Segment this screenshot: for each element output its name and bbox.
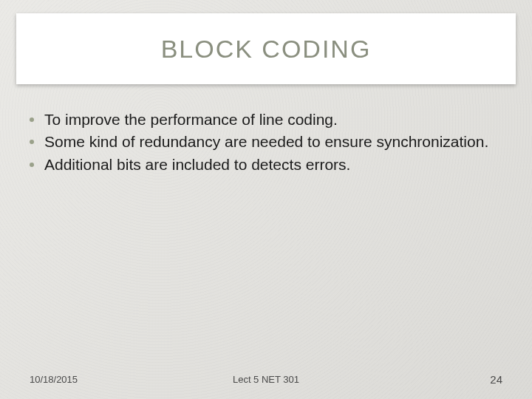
bullet-icon <box>30 117 34 122</box>
bullet-item: Some kind of redundancy are needed to en… <box>30 132 502 152</box>
footer: 10/18/2015 Lect 5 NET 301 24 <box>30 373 502 386</box>
bullet-text: Some kind of redundancy are needed to en… <box>44 132 488 152</box>
bullet-item: To improve the performance of line codin… <box>30 109 502 130</box>
body-content: To improve the performance of line codin… <box>30 109 502 177</box>
footer-page-number: 24 <box>345 373 502 386</box>
slide: BLOCK CODING To improve the performance … <box>0 0 532 399</box>
bullet-text: Additional bits are included to detects … <box>44 154 350 175</box>
bullet-icon <box>30 140 34 144</box>
title-container: BLOCK CODING <box>16 13 516 84</box>
footer-date: 10/18/2015 <box>30 374 187 385</box>
slide-title: BLOCK CODING <box>161 35 372 64</box>
bullet-text: To improve the performance of line codin… <box>44 109 338 130</box>
bullet-icon <box>30 163 34 167</box>
footer-center: Lect 5 NET 301 <box>187 374 344 385</box>
bullet-item: Additional bits are included to detects … <box>30 154 502 175</box>
